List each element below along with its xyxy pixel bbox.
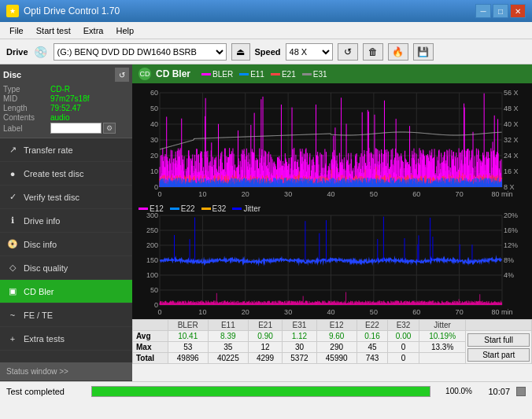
col-header-action — [466, 320, 532, 331]
col-header-e22: E22 — [357, 320, 388, 331]
sidebar-item-extra-tests[interactable]: + Extra tests — [0, 327, 132, 351]
speed-select[interactable]: 48 X — [286, 43, 333, 61]
avg-e12: 9.60 — [316, 331, 357, 342]
total-jitter — [419, 353, 466, 364]
legend-jitter-label: Jitter — [243, 204, 260, 213]
refresh-button[interactable]: ↺ — [338, 43, 358, 61]
disc-info-icon: 📀 — [6, 238, 19, 251]
avg-jitter: 10.19% — [419, 331, 466, 342]
progress-fill — [92, 387, 430, 396]
sidebar-item-create-test-disc[interactable]: ● Create test disc — [0, 162, 132, 186]
legend-jitter-color — [232, 208, 242, 210]
chart-legend-top: BLER E11 E21 E31 — [201, 70, 327, 79]
legend-e32-label: E32 — [212, 204, 227, 213]
sidebar-item-disc-info[interactable]: 📀 Disc info — [0, 233, 132, 256]
burn-button[interactable]: 🔥 — [388, 43, 408, 61]
disc-mid-label: MID — [3, 94, 50, 103]
legend-e22: E22 — [170, 204, 195, 213]
status-window-label: Status window >> — [6, 367, 68, 376]
legend-e11-color — [239, 73, 249, 75]
legend-e11: E11 — [239, 70, 264, 79]
cd-bler-icon: ▣ — [6, 285, 19, 298]
chart-header: CD CD Bler BLER E11 E21 E31 — [132, 64, 532, 83]
maximize-button[interactable]: □ — [493, 4, 508, 18]
disc-header: Disc ↺ — [3, 68, 129, 82]
sidebar-item-transfer-rate[interactable]: ↗ Transfer rate — [0, 138, 132, 162]
drive-bar: Drive 💿 (G:) BENQ DVD DD DW1640 BSRB ⏏ S… — [0, 39, 532, 64]
disc-contents-value: audio — [50, 113, 69, 122]
legend-bler-label: BLER — [212, 70, 233, 79]
start-part-button[interactable]: Start part — [467, 348, 530, 362]
max-e21: 12 — [248, 342, 282, 353]
start-full-button[interactable]: Start full — [467, 333, 530, 347]
legend-e32-color — [201, 208, 211, 210]
fe-te-icon: ~ — [6, 309, 19, 322]
legend-bler: BLER — [201, 70, 233, 79]
legend-e12-color — [139, 208, 148, 210]
disc-mid-value: 97m27s18f — [50, 94, 89, 103]
sidebar-item-label: FE / TE — [24, 311, 53, 320]
bottom-chart-canvas — [132, 201, 532, 319]
title-bar-left: ★ Opti Drive Control 1.70 — [6, 5, 120, 17]
status-window-btn[interactable]: Status window >> — [0, 362, 132, 381]
menu-start-test[interactable]: Start test — [30, 24, 77, 37]
avg-e31: 1.12 — [283, 331, 316, 342]
sidebar-item-label: Extra tests — [24, 334, 65, 344]
legend-e21-label: E21 — [282, 70, 296, 79]
progress-bar — [91, 386, 430, 397]
max-bler: 53 — [168, 342, 208, 353]
sidebar-item-fe-te[interactable]: ~ FE / TE — [0, 303, 132, 327]
eject-button[interactable]: ⏏ — [231, 43, 250, 61]
legend-jitter: Jitter — [232, 204, 260, 213]
disc-section: Disc ↺ Type CD-R MID 97m27s18f Length 79… — [0, 64, 132, 138]
progress-percent: 100.0% — [437, 387, 472, 395]
total-e21: 4299 — [248, 353, 282, 364]
sidebar-item-disc-quality[interactable]: ◇ Disc quality — [0, 256, 132, 280]
sidebar-item-cd-bler[interactable]: ▣ CD Bler — [0, 280, 132, 303]
status-text: Test completed — [6, 387, 85, 396]
disc-type-row: Type CD-R — [3, 85, 129, 94]
chart-top — [132, 83, 532, 201]
max-e31: 30 — [283, 342, 316, 353]
disc-label-label: Label — [3, 124, 50, 133]
total-e31: 5372 — [283, 353, 316, 364]
disc-label-input[interactable] — [50, 123, 102, 134]
sidebar-item-label: Verify test disc — [24, 193, 79, 202]
content-area: CD CD Bler BLER E11 E21 E31 — [132, 64, 532, 381]
app-title: Opti Drive Control 1.70 — [24, 6, 120, 17]
col-header-e12: E12 — [316, 320, 357, 331]
menu-file[interactable]: File — [3, 24, 30, 37]
sidebar-item-label: Create test disc — [24, 169, 83, 178]
chart-bottom: E12 E22 E32 Jitter — [132, 201, 532, 319]
status-bar: Test completed 100.0% 10:07 — [0, 381, 532, 400]
drive-info-icon: ℹ — [6, 215, 19, 227]
status-indicator — [516, 387, 526, 396]
close-button[interactable]: ✕ — [510, 4, 526, 18]
status-time: 10:07 — [478, 387, 510, 396]
disc-refresh-btn[interactable]: ↺ — [115, 68, 129, 82]
sidebar-item-drive-info[interactable]: ℹ Drive info — [0, 209, 132, 233]
speed-label: Speed — [255, 47, 281, 57]
save-button[interactable]: 💾 — [413, 43, 434, 61]
stats-row-avg: Avg 10.41 8.39 0.90 1.12 9.60 0.16 0.00 … — [133, 331, 532, 342]
stats-area: BLER E11 E21 E31 E12 E22 E32 Jitter Avg — [132, 318, 532, 381]
create-disc-icon: ● — [6, 167, 19, 180]
label-gear-btn[interactable]: ⚙ — [103, 123, 116, 134]
col-header-bler: BLER — [168, 320, 208, 331]
total-bler: 49896 — [168, 353, 208, 364]
col-header-e31: E31 — [283, 320, 316, 331]
minimize-button[interactable]: ─ — [475, 4, 491, 18]
sidebar-item-label: Disc quality — [24, 263, 68, 273]
col-header-empty — [133, 320, 168, 331]
sidebar-item-label: Transfer rate — [24, 145, 73, 155]
erase-button[interactable]: 🗑 — [363, 43, 383, 61]
menu-extra[interactable]: Extra — [77, 24, 110, 37]
col-header-e21: E21 — [248, 320, 282, 331]
menu-bar: File Start test Extra Help — [0, 22, 532, 39]
drive-label: Drive — [6, 47, 28, 57]
sidebar-item-verify-test-disc[interactable]: ✓ Verify test disc — [0, 186, 132, 209]
drive-select[interactable]: (G:) BENQ DVD DD DW1640 BSRB — [54, 43, 227, 61]
menu-help[interactable]: Help — [109, 24, 140, 37]
disc-contents-row: Contents audio — [3, 113, 129, 122]
legend-e32: E32 — [201, 204, 227, 213]
